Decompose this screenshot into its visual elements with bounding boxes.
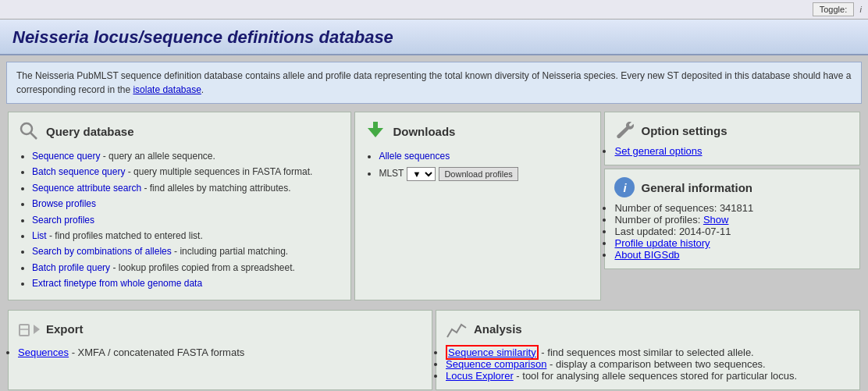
locus-explorer-link[interactable]: Locus Explorer — [446, 370, 514, 382]
analysis-panel-title: Analysis — [474, 322, 522, 336]
list-item: Search profiles — [32, 212, 341, 228]
sequence-similarity-link[interactable]: Sequence similarity — [448, 347, 536, 358]
list-item: Sequence comparison - display a comparis… — [446, 358, 850, 370]
general-info-title: General information — [641, 181, 752, 194]
browse-profiles-link[interactable]: Browse profiles — [32, 198, 96, 209]
info-circle-icon: i — [614, 177, 635, 197]
toggle-button[interactable]: Toggle: — [813, 2, 854, 16]
title-bar: Neisseria locus/sequence definitions dat… — [0, 20, 868, 55]
export-list: Sequences - XMFA / concatenated FASTA fo… — [18, 347, 422, 358]
list-item: Search by combinations of alleles - incl… — [32, 243, 341, 259]
options-panel-title: Option settings — [641, 124, 727, 137]
top-bar: Toggle: i — [0, 0, 868, 20]
download-icon — [365, 120, 386, 142]
svg-line-1 — [31, 133, 37, 140]
main-grid: Query database Sequence query - query an… — [6, 110, 862, 302]
profile-update-history-link[interactable]: Profile update history — [614, 237, 710, 249]
list-item: Sequence similarity - find sequences mos… — [446, 347, 850, 358]
sequence-query-link[interactable]: Sequence query — [32, 151, 100, 162]
wrench-icon — [614, 120, 635, 140]
list-item: Last updated: 2014-07-11 — [614, 226, 850, 237]
mlst-item: MLST ▼ Download profiles — [379, 165, 591, 181]
options-panel: Option settings Set general options — [604, 112, 860, 165]
list-item: About BIGSdb — [614, 249, 850, 261]
toggle-info-icon[interactable]: i — [860, 5, 862, 14]
sequence-comparison-link[interactable]: Sequence comparison — [446, 358, 546, 370]
svg-point-0 — [21, 123, 32, 134]
list-item: Sequences - XMFA / concatenated FASTA fo… — [18, 347, 422, 358]
show-profiles-link[interactable]: Show — [703, 214, 729, 226]
about-bigsdb-link[interactable]: About BIGSdb — [614, 249, 679, 261]
extract-finetype-link[interactable]: Extract finetype from whole genome data — [32, 278, 202, 289]
mlst-select[interactable]: ▼ — [407, 167, 436, 181]
list-item: Sequence attribute search - find alleles… — [32, 180, 341, 196]
list-item: Extract finetype from whole genome data — [32, 275, 341, 291]
info-box: The Neisseria PubMLST sequence definitio… — [6, 62, 862, 104]
downloads-panel: Downloads Allele sequences MLST ▼ Downlo… — [354, 112, 601, 300]
list-item: Set general options — [614, 145, 850, 157]
list-item: List - find profiles matched to entered … — [32, 228, 341, 243]
list-item: Batch profile query - lookup profiles co… — [32, 260, 341, 275]
list-link[interactable]: List — [32, 230, 47, 241]
downloads-panel-title: Downloads — [393, 125, 455, 138]
search-profiles-link[interactable]: Search profiles — [32, 215, 94, 226]
list-item: Number of profiles: Show — [614, 214, 850, 226]
set-general-options-link[interactable]: Set general options — [614, 145, 702, 157]
analysis-panel-header: Analysis — [446, 318, 850, 340]
list-item: Number of sequences: 341811 — [614, 202, 850, 214]
search-icon — [18, 120, 40, 142]
analysis-icon — [446, 318, 468, 340]
query-panel: Query database Sequence query - query an… — [8, 112, 351, 300]
export-panel-header: Export — [18, 318, 422, 340]
mlst-label: MLST — [379, 165, 404, 181]
batch-sequence-query-link[interactable]: Batch sequence query — [32, 166, 125, 177]
right-column: Option settings Set general options i Ge… — [603, 110, 862, 302]
list-item: Browse profiles — [32, 196, 341, 211]
query-list: Sequence query - query an allele sequenc… — [18, 148, 341, 292]
options-list: Set general options — [614, 145, 850, 157]
search-combinations-link[interactable]: Search by combinations of alleles — [32, 246, 172, 257]
svg-point-4 — [618, 136, 620, 137]
sequence-attribute-search-link[interactable]: Sequence attribute search — [32, 183, 141, 194]
svg-marker-7 — [34, 325, 40, 334]
export-panel: Export Sequences - XMFA / concatenated F… — [8, 310, 432, 390]
general-info-header: i General information — [614, 177, 850, 197]
allele-sequences-link[interactable]: Allele sequences — [379, 151, 450, 162]
allele-sequences-item: Allele sequences — [379, 148, 591, 164]
svg-rect-5 — [20, 325, 29, 336]
general-info-panel: i General information Number of sequence… — [604, 169, 860, 269]
svg-rect-3 — [373, 122, 378, 130]
downloads-panel-header: Downloads — [365, 120, 591, 142]
batch-profile-query-link[interactable]: Batch profile query — [32, 262, 110, 273]
download-profiles-button[interactable]: Download profiles — [439, 167, 518, 181]
query-panel-title: Query database — [46, 125, 134, 138]
options-panel-header: Option settings — [614, 120, 850, 140]
general-info-list: Number of sequences: 341811 Number of pr… — [614, 202, 850, 261]
analysis-list: Sequence similarity - find sequences mos… — [446, 347, 850, 382]
list-item: Profile update history — [614, 237, 850, 249]
bottom-grid: Export Sequences - XMFA / concatenated F… — [6, 308, 862, 391]
export-panel-title: Export — [46, 322, 84, 336]
page-title: Neisseria locus/sequence definitions dat… — [12, 27, 856, 48]
info-text: The Neisseria PubMLST sequence definitio… — [16, 70, 852, 95]
isolate-database-link[interactable]: isolate database — [133, 84, 201, 95]
list-item: Batch sequence query - query multiple se… — [32, 164, 341, 180]
query-panel-header: Query database — [18, 120, 341, 142]
list-item: Locus Explorer - tool for analysing alle… — [446, 370, 850, 382]
downloads-list: Allele sequences MLST ▼ Download profile… — [365, 148, 591, 182]
analysis-panel: Analysis Sequence similarity - find sequ… — [436, 310, 860, 390]
sequences-export-link[interactable]: Sequences — [18, 347, 69, 358]
export-icon — [18, 318, 40, 340]
list-item: Sequence query - query an allele sequenc… — [32, 148, 341, 164]
